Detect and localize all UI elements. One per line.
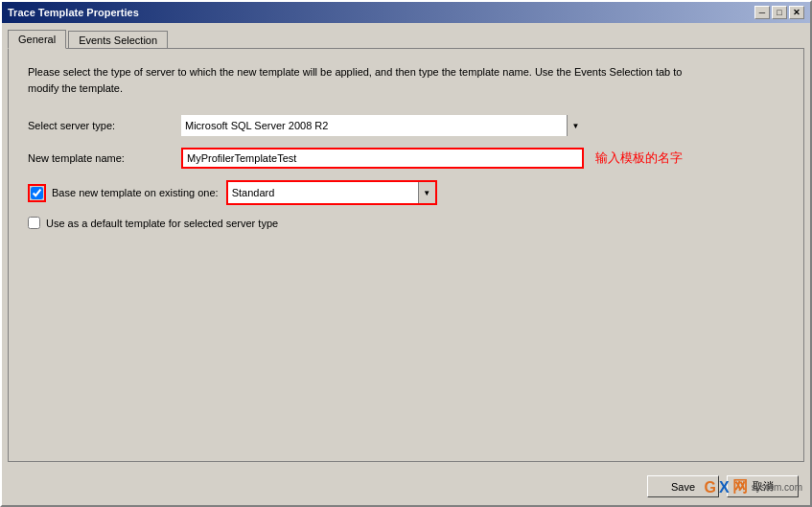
server-type-select[interactable]: Microsoft SQL Server 2008 R2 Microsoft S… — [181, 115, 584, 136]
default-template-row: Use as a default template for selected s… — [28, 217, 784, 229]
template-name-annotation: 输入模板的名字 — [595, 150, 683, 167]
tab-events-selection[interactable]: Events Selection — [68, 31, 168, 49]
server-type-select-wrapper: Microsoft SQL Server 2008 R2 Microsoft S… — [181, 115, 584, 136]
gxi-i: 网 — [732, 477, 748, 497]
template-name-label: New template name: — [28, 152, 181, 164]
template-name-control — [181, 148, 584, 169]
watermark: G X 网 system.com — [705, 477, 802, 497]
default-template-label: Use as a default template for selected s… — [46, 218, 278, 229]
gxi-x: X — [719, 479, 730, 496]
title-bar-controls: ─ □ ✕ — [754, 6, 804, 19]
minimize-button[interactable]: ─ — [754, 6, 770, 19]
maximize-button[interactable]: □ — [772, 6, 787, 19]
tab-panel-general: Please select the type of server to whic… — [8, 48, 804, 462]
base-template-label: Base new template on existing one: — [52, 187, 219, 198]
base-template-checkbox-wrapper — [28, 184, 46, 202]
tab-general[interactable]: General — [8, 30, 66, 49]
title-bar: Trace Template Properties ─ □ ✕ — [2, 2, 810, 23]
base-template-select-wrapper: Standard Blank TSQL TSQL_Duration TSQL_G… — [226, 180, 437, 205]
window-title: Trace Template Properties — [8, 7, 139, 18]
template-name-input[interactable] — [181, 148, 584, 169]
bottom-bar: Save 取消 — [2, 468, 810, 505]
server-type-row: Select server type: Microsoft SQL Server… — [28, 115, 784, 136]
base-template-checkbox[interactable] — [31, 187, 43, 199]
description-text: Please select the type of server to whic… — [28, 64, 699, 96]
default-template-checkbox[interactable] — [28, 217, 40, 229]
gxi-logo: G X 网 — [705, 477, 748, 497]
template-name-row: New template name: 输入模板的名字 — [28, 148, 784, 169]
server-type-control: Microsoft SQL Server 2008 R2 Microsoft S… — [181, 115, 584, 136]
server-type-label: Select server type: — [28, 120, 181, 131]
close-button[interactable]: ✕ — [789, 6, 804, 19]
gxi-site: system.com — [752, 482, 802, 493]
base-template-row: Base new template on existing one: Stand… — [28, 180, 784, 205]
main-window: Trace Template Properties ─ □ ✕ General … — [0, 0, 812, 507]
window-content: General Events Selection Please select t… — [2, 23, 810, 468]
tab-bar: General Events Selection — [8, 29, 804, 48]
gxi-g: G — [705, 479, 716, 496]
base-template-select[interactable]: Standard Blank TSQL TSQL_Duration TSQL_G… — [228, 182, 435, 203]
